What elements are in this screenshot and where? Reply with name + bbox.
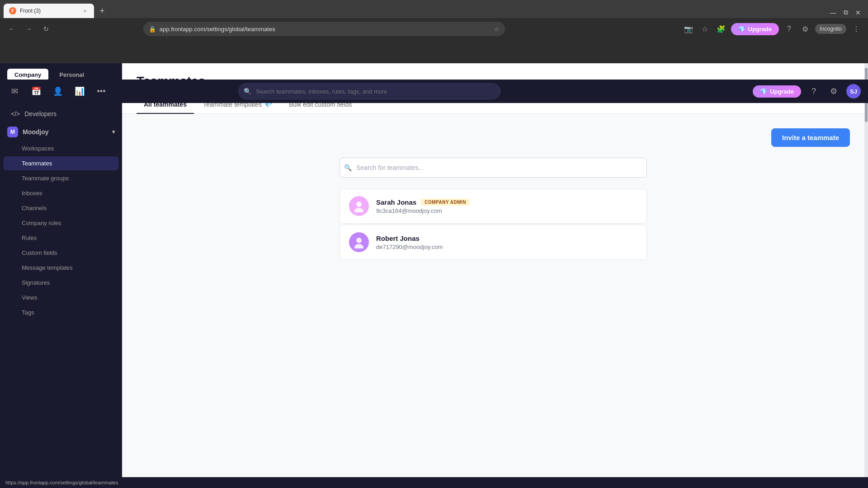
sidebar-item-message-templates[interactable]: Message templates bbox=[4, 261, 118, 275]
org-initial: M bbox=[7, 127, 18, 137]
gem-icon: 💎 bbox=[760, 88, 767, 95]
teammate-search-wrap: 🔍 bbox=[340, 158, 647, 178]
close-button[interactable]: ✕ bbox=[855, 9, 861, 16]
teammate-info: Robert Jonas de717290@moodjoy.com bbox=[376, 235, 443, 250]
personal-tab[interactable]: Personal bbox=[52, 69, 91, 81]
code-icon: </> bbox=[11, 110, 20, 117]
browser-actions: 📷 ☆ 🧩 💎 Upgrade ? ⚙ Incognito ⋮ bbox=[682, 23, 863, 35]
search-icon: 🔍 bbox=[244, 88, 251, 95]
browser-window: F Front (3) × + — ⧉ ✕ ← → ↻ 🔒 app.fronta… bbox=[0, 0, 868, 488]
svg-point-3 bbox=[354, 244, 363, 249]
sidebar-item-signatures[interactable]: Signatures bbox=[4, 276, 118, 290]
contacts-icon[interactable]: 👤 bbox=[51, 84, 65, 99]
sidebar-item-inboxes[interactable]: Inboxes bbox=[4, 186, 118, 200]
teammate-name: Robert Jonas bbox=[376, 235, 420, 242]
sidebar-item-teammate-groups[interactable]: Teammate groups bbox=[4, 171, 118, 185]
calendar-icon[interactable]: 📅 bbox=[29, 84, 43, 99]
sidebar-item-rules[interactable]: Rules bbox=[4, 231, 118, 245]
teammate-name: Sarah Jonas bbox=[376, 198, 416, 206]
topbar-search-wrap: 🔍 bbox=[238, 83, 500, 99]
app-topbar: ✉ 📅 👤 📊 ••• 🔍 💎 Upgrade ? ⚙ SJ bbox=[0, 80, 868, 103]
browser-tab[interactable]: F Front (3) × bbox=[4, 4, 94, 18]
bookmark-icon[interactable]: ☆ bbox=[698, 23, 711, 35]
avatar-sarah-icon bbox=[353, 200, 365, 212]
company-tab[interactable]: Company bbox=[7, 69, 48, 81]
sidebar-item-teammates[interactable]: Teammates bbox=[4, 156, 118, 170]
star-icon[interactable]: ☆ bbox=[494, 26, 500, 33]
diamond-icon: 💎 bbox=[738, 26, 745, 33]
user-avatar[interactable]: SJ bbox=[846, 84, 861, 99]
sidebar-item-company-rules[interactable]: Company rules bbox=[4, 216, 118, 230]
teammate-search-input[interactable] bbox=[340, 158, 647, 178]
chevron-down-icon: ▾ bbox=[112, 129, 115, 135]
settings-gear-icon[interactable]: ⚙ bbox=[826, 84, 841, 99]
org-name: Moodjoy bbox=[23, 128, 49, 136]
tab-favicon: F bbox=[9, 7, 16, 14]
forward-button[interactable]: → bbox=[23, 23, 35, 35]
avatar bbox=[349, 232, 369, 252]
address-bar[interactable]: 🔒 app.frontapp.com/settings/global/teamm… bbox=[143, 22, 505, 36]
status-bar: https://app.frontapp.com/settings/global… bbox=[0, 477, 868, 488]
teammate-name-row: Sarah Jonas COMPANY ADMIN bbox=[376, 198, 470, 206]
invite-teammate-button[interactable]: Invite a teammate bbox=[771, 128, 850, 147]
new-tab-button[interactable]: + bbox=[96, 5, 108, 17]
settings-icon[interactable]: ⚙ bbox=[799, 23, 811, 35]
tab-bar: F Front (3) × + — ⧉ ✕ bbox=[0, 0, 868, 18]
camera-icon[interactable]: 📷 bbox=[682, 23, 695, 35]
address-bar-row: ← → ↻ 🔒 app.frontapp.com/settings/global… bbox=[0, 18, 868, 40]
teammates-list: Sarah Jonas COMPANY ADMIN 9c3ca164@moodj… bbox=[340, 188, 647, 260]
incognito-button[interactable]: Incognito bbox=[815, 24, 846, 34]
analytics-icon[interactable]: 📊 bbox=[72, 84, 87, 99]
sidebar-item-views[interactable]: Views bbox=[4, 291, 118, 305]
main-content: Teammates All teammates Teammate templat… bbox=[122, 63, 864, 477]
svg-point-2 bbox=[356, 238, 362, 243]
lock-icon: 🔒 bbox=[149, 26, 156, 33]
address-text: app.frontapp.com/settings/global/teammat… bbox=[160, 26, 491, 33]
svg-point-0 bbox=[356, 202, 362, 207]
topbar-search-input[interactable] bbox=[238, 83, 500, 99]
admin-badge: COMPANY ADMIN bbox=[421, 199, 470, 206]
tab-close-button[interactable]: × bbox=[81, 7, 89, 14]
status-url: https://app.frontapp.com/settings/global… bbox=[5, 480, 118, 485]
upgrade-button-app[interactable]: 💎 Upgrade bbox=[753, 85, 801, 98]
inbox-icon[interactable]: ✉ bbox=[7, 84, 22, 99]
topbar-right: 💎 Upgrade ? ⚙ SJ bbox=[753, 84, 861, 99]
minimize-button[interactable]: — bbox=[830, 9, 836, 16]
teammate-name-row: Robert Jonas bbox=[376, 235, 443, 242]
teammate-email: 9c3ca164@moodjoy.com bbox=[376, 207, 470, 214]
search-icon: 🔍 bbox=[344, 164, 352, 171]
sidebar-item-workspaces[interactable]: Workspaces bbox=[4, 141, 118, 155]
back-button[interactable]: ← bbox=[5, 23, 18, 35]
teammate-info: Sarah Jonas COMPANY ADMIN 9c3ca164@moodj… bbox=[376, 198, 470, 214]
avatar bbox=[349, 196, 369, 216]
sidebar-item-developers[interactable]: </> Developers bbox=[4, 106, 118, 122]
more-icon[interactable]: ••• bbox=[94, 84, 108, 99]
tab-controls: — ⧉ ✕ bbox=[830, 9, 861, 16]
refresh-button[interactable]: ↻ bbox=[40, 23, 52, 35]
upgrade-button[interactable]: 💎 Upgrade bbox=[731, 23, 779, 35]
table-row[interactable]: Robert Jonas de717290@moodjoy.com bbox=[340, 225, 647, 260]
scrollbar[interactable] bbox=[864, 63, 868, 477]
app-container: ✉ 📅 👤 📊 ••• 🔍 💎 Upgrade ? ⚙ SJ bbox=[0, 40, 868, 477]
main-layout: Company Personal 🏠 Admin home </> Develo… bbox=[0, 63, 868, 477]
content-body: Invite a teammate 🔍 bbox=[122, 114, 864, 274]
sidebar: Company Personal 🏠 Admin home </> Develo… bbox=[0, 63, 122, 477]
avatar-robert-icon bbox=[353, 236, 365, 249]
sidebar-item-custom-fields[interactable]: Custom fields bbox=[4, 246, 118, 260]
svg-point-1 bbox=[354, 208, 363, 212]
org-group-header[interactable]: M Moodjoy ▾ bbox=[0, 123, 122, 141]
teammate-email: de717290@moodjoy.com bbox=[376, 244, 443, 250]
help-circle-icon[interactable]: ? bbox=[807, 84, 821, 99]
extensions-icon[interactable]: 🧩 bbox=[715, 23, 727, 35]
tab-title: Front (3) bbox=[20, 8, 78, 14]
restore-button[interactable]: ⧉ bbox=[844, 9, 848, 16]
menu-icon[interactable]: ⋮ bbox=[850, 23, 863, 35]
table-row[interactable]: Sarah Jonas COMPANY ADMIN 9c3ca164@moodj… bbox=[340, 188, 647, 224]
help-icon[interactable]: ? bbox=[783, 23, 795, 35]
sidebar-item-channels[interactable]: Channels bbox=[4, 201, 118, 215]
sidebar-item-tags[interactable]: Tags bbox=[4, 305, 118, 319]
